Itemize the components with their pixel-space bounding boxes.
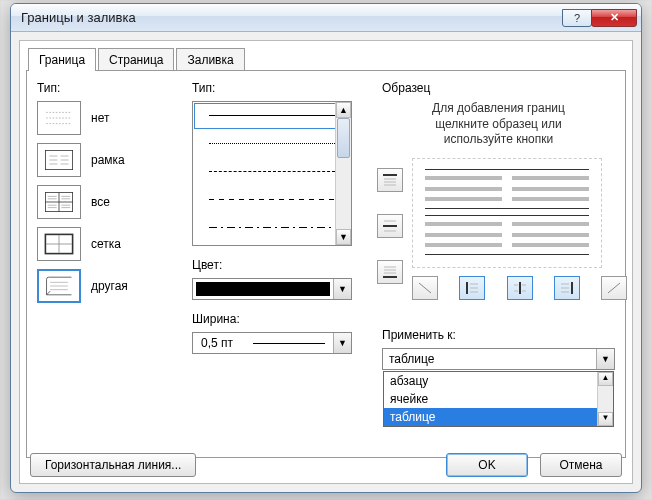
color-swatch — [196, 282, 330, 296]
apply-option-table[interactable]: таблице — [384, 408, 613, 426]
preset-custom-icon — [37, 269, 81, 303]
preset-grid[interactable]: сетка — [37, 227, 182, 261]
window-title: Границы и заливка — [21, 10, 563, 25]
apply-list-scrollbar[interactable]: ▲ ▼ — [597, 372, 613, 426]
preset-custom[interactable]: другая — [37, 269, 182, 303]
style-scrollbar[interactable]: ▲ ▼ — [335, 102, 351, 245]
style-dashdot[interactable] — [193, 214, 351, 242]
chevron-down-icon[interactable]: ▼ — [333, 279, 351, 299]
preset-box-label: рамка — [91, 153, 125, 167]
preset-all-icon — [37, 185, 81, 219]
apply-to-dropdown[interactable]: таблице ▼ абзацу ячейке таблице ▲ ▼ — [382, 348, 615, 370]
toggle-right-border[interactable] — [554, 276, 580, 300]
scroll-up-icon[interactable]: ▲ — [598, 372, 613, 386]
color-dropdown[interactable]: ▼ — [192, 278, 352, 300]
width-value: 0,5 пт — [193, 336, 245, 350]
width-preview-line — [253, 343, 325, 344]
preset-label: Тип: — [37, 81, 182, 95]
toggle-left-border[interactable] — [459, 276, 485, 300]
apply-label: Применить к: — [382, 328, 615, 342]
preset-none[interactable]: нет — [37, 101, 182, 135]
scroll-up-icon[interactable]: ▲ — [336, 102, 351, 118]
scroll-thumb[interactable] — [337, 118, 350, 158]
width-dropdown[interactable]: 0,5 пт ▼ — [192, 332, 352, 354]
toggle-inside-v-border[interactable] — [507, 276, 533, 300]
toggle-inside-h-border[interactable] — [377, 214, 403, 238]
help-button[interactable]: ? — [562, 9, 592, 27]
titlebar[interactable]: Границы и заливка ? ✕ — [11, 4, 641, 32]
tab-shading[interactable]: Заливка — [176, 48, 244, 71]
border-preview[interactable] — [412, 158, 602, 268]
style-label: Тип: — [192, 81, 367, 95]
close-button[interactable]: ✕ — [591, 9, 637, 27]
apply-to-list[interactable]: абзацу ячейке таблице ▲ ▼ — [383, 371, 614, 427]
dialog-window: Границы и заливка ? ✕ Граница Страница З… — [10, 3, 642, 493]
tab-border[interactable]: Граница — [28, 48, 96, 71]
preset-none-label: нет — [91, 111, 109, 125]
preset-grid-icon — [37, 227, 81, 261]
preset-grid-label: сетка — [91, 237, 121, 251]
toggle-diag-up[interactable] — [601, 276, 627, 300]
apply-option-paragraph[interactable]: абзацу — [384, 372, 613, 390]
style-dashed-s[interactable] — [193, 158, 351, 186]
style-solid[interactable] — [193, 102, 351, 130]
scroll-down-icon[interactable]: ▼ — [598, 412, 613, 426]
apply-to-value: таблице — [389, 352, 435, 366]
horizontal-line-button[interactable]: Горизонтальная линия... — [30, 453, 196, 477]
toggle-top-border[interactable] — [377, 168, 403, 192]
svg-line-38 — [419, 283, 431, 293]
svg-line-52 — [608, 283, 620, 293]
preview-label: Образец — [382, 81, 615, 95]
preset-all-label: все — [91, 195, 110, 209]
dialog-footer: Горизонтальная линия... OK Отмена — [30, 453, 622, 477]
tab-pane: Тип: нет рамка вс — [26, 70, 626, 458]
toggle-bottom-border[interactable] — [377, 260, 403, 284]
apply-option-cell[interactable]: ячейке — [384, 390, 613, 408]
chevron-down-icon[interactable]: ▼ — [596, 349, 614, 369]
cancel-button[interactable]: Отмена — [540, 453, 622, 477]
style-dashed-m[interactable] — [193, 186, 351, 214]
width-label: Ширина: — [192, 312, 367, 326]
preset-box[interactable]: рамка — [37, 143, 182, 177]
preset-custom-label: другая — [91, 279, 128, 293]
toggle-diag-down[interactable] — [412, 276, 438, 300]
color-label: Цвет: — [192, 258, 367, 272]
style-dotted[interactable] — [193, 130, 351, 158]
dialog-client: Граница Страница Заливка Тип: нет р — [19, 40, 633, 484]
style-listbox[interactable]: ▲ ▼ — [192, 101, 352, 246]
preset-box-icon — [37, 143, 81, 177]
tab-page[interactable]: Страница — [98, 48, 174, 71]
scroll-down-icon[interactable]: ▼ — [336, 229, 351, 245]
preset-all[interactable]: все — [37, 185, 182, 219]
chevron-down-icon[interactable]: ▼ — [333, 333, 351, 353]
preview-hint: Для добавления границ щелкните образец и… — [382, 101, 615, 148]
tab-strip: Граница Страница Заливка — [28, 47, 626, 70]
preset-none-icon — [37, 101, 81, 135]
ok-button[interactable]: OK — [446, 453, 528, 477]
